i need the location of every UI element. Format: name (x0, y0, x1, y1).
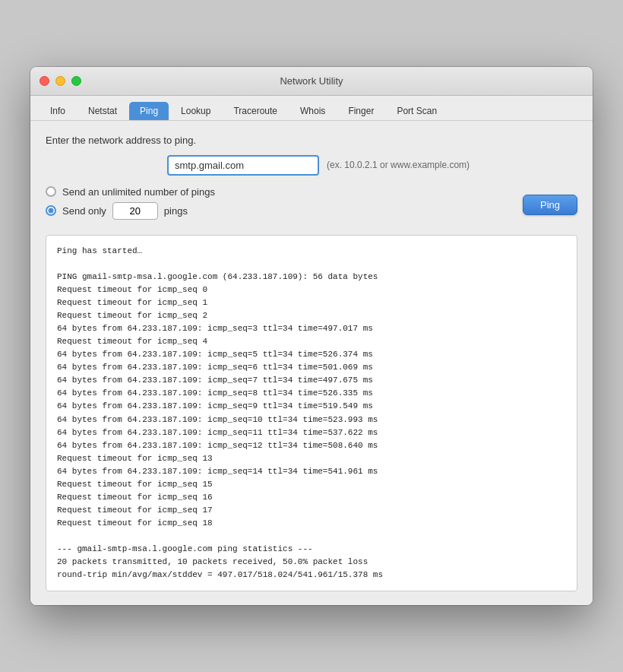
ping-button[interactable]: Ping (523, 195, 577, 215)
address-input[interactable] (167, 155, 319, 176)
window-controls (40, 76, 81, 86)
ping-count-input[interactable] (112, 202, 158, 220)
tab-ping[interactable]: Ping (129, 102, 169, 120)
radio-section: Send an unlimited number of pings Send o… (46, 186, 523, 224)
radio-unlimited-item[interactable]: Send an unlimited number of pings (46, 186, 523, 198)
instruction-label: Enter the network address to ping. (46, 135, 577, 146)
tab-bar: Info Netstat Ping Lookup Traceroute Whoi… (30, 96, 593, 121)
window-title: Network Utility (280, 75, 343, 87)
maximize-button[interactable] (71, 76, 81, 86)
main-window: Network Utility Info Netstat Ping Lookup… (30, 67, 593, 605)
ping-button-wrap: Ping (523, 195, 577, 215)
address-row: (ex. 10.0.2.1 or www.example.com) (46, 155, 577, 176)
main-content: Enter the network address to ping. (ex. … (30, 121, 593, 605)
tab-whois[interactable]: Whois (289, 102, 336, 120)
radio-unlimited-label: Send an unlimited number of pings (62, 186, 215, 198)
tab-finger[interactable]: Finger (337, 102, 384, 120)
tab-netstat[interactable]: Netstat (77, 102, 128, 120)
pings-label: pings (164, 205, 188, 217)
radio-sendonly-label: Send only (62, 205, 106, 217)
tab-portscan[interactable]: Port Scan (386, 102, 447, 120)
tab-traceroute[interactable]: Traceroute (223, 102, 288, 120)
ping-output: Ping has started… PING gmail-smtp-msa.l.… (46, 235, 577, 591)
tab-info[interactable]: Info (40, 102, 76, 120)
radio-unlimited-circle[interactable] (46, 186, 56, 197)
minimize-button[interactable] (55, 76, 65, 86)
address-hint: (ex. 10.0.2.1 or www.example.com) (327, 160, 470, 170)
tab-lookup[interactable]: Lookup (170, 102, 221, 120)
radio-sendonly-item[interactable]: Send only pings (46, 202, 523, 220)
radio-sendonly-circle[interactable] (46, 205, 56, 216)
close-button[interactable] (40, 76, 49, 86)
titlebar: Network Utility (30, 67, 593, 96)
